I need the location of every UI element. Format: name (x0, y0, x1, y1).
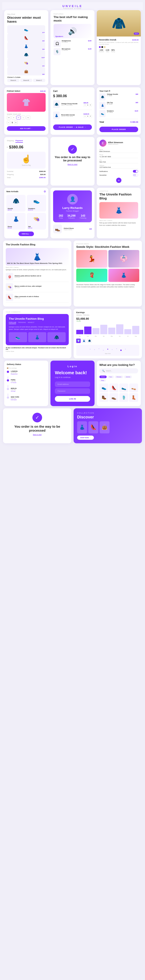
result-3[interactable]: 🥿 (119, 383, 128, 392)
product-item-4[interactable]: 🧥$129 (7, 50, 45, 59)
size-s[interactable]: S (12, 116, 16, 119)
add-button[interactable]: + (116, 178, 121, 183)
add-to-cart-button[interactable]: ADD TO CART → (7, 126, 46, 131)
toggle-notif-switch[interactable] (133, 170, 138, 173)
listing-card-4[interactable]: 👒 Hat $45.00 (27, 213, 46, 229)
success-check: ✓ (32, 413, 42, 422)
color-black[interactable] (102, 46, 103, 48)
result-4[interactable]: 👡 (129, 383, 138, 392)
qty-increase[interactable]: + (14, 121, 18, 124)
shipping-label: Shipping (7, 173, 14, 175)
blog-small-title-2: Marco condim at risus, odio volutpat (14, 285, 69, 287)
tab-trending[interactable]: TRENDING (18, 322, 26, 324)
user-card: 👤 Larry Richards Fashion Blogger 282 Pos… (53, 191, 92, 222)
music-product-1[interactable]: 🎧 Headphones Pro Series $199 (53, 40, 92, 47)
size-l[interactable]: L (21, 116, 25, 119)
login-button[interactable]: LOG IN (55, 396, 90, 402)
search-placeholder[interactable]: Search... (106, 370, 135, 372)
shop-now-button[interactable]: SHOP NOW → (77, 436, 94, 440)
blog-thumb-a[interactable]: 👟 (9, 332, 27, 342)
product-item-3[interactable]: 👗$89 (7, 42, 45, 50)
tab-shipping[interactable]: Shipping (7, 140, 14, 143)
cart-increase-1[interactable]: + (89, 103, 92, 107)
size-xl[interactable]: XL (26, 116, 30, 119)
listing-card-1[interactable]: 🧥 Hoodie $88.00 (6, 195, 26, 212)
brand-2[interactable]: Brand B (20, 79, 32, 82)
step-dot-3 (7, 388, 9, 390)
listing-card-2[interactable]: 👟 Sneakers $120.00 (27, 195, 46, 212)
fishnet-price: $40.00 (40, 90, 46, 92)
tag-dresses[interactable]: Dresses (115, 375, 123, 378)
stockholm-images: 💃 👘 🧣 👗 (76, 250, 139, 282)
svg-point-3 (98, 348, 99, 349)
listing-card-3[interactable]: 👗 Dress $75.00 (6, 213, 26, 229)
blog-small-1[interactable]: 👙 Sharise pulla ultrices facilisis sed u… (6, 273, 69, 282)
listing-price-3: $75.00 (8, 228, 24, 229)
result-5[interactable]: 🥾 (99, 393, 108, 402)
tag-3[interactable]: 🧥 (87, 339, 92, 343)
tag-1[interactable]: 👕 (76, 339, 81, 343)
disc-thumb-2[interactable]: 👠 (89, 421, 98, 433)
result-6[interactable]: 👞 (109, 393, 118, 402)
email-input[interactable] (55, 382, 90, 387)
screen-ontheway: ✓ You order is on the way to be processe… (3, 408, 71, 443)
result-2[interactable]: 👠 (109, 383, 118, 392)
qty-decrease[interactable]: − (7, 121, 10, 124)
color-beige[interactable] (104, 46, 106, 48)
blog-small-3[interactable]: 👠 Ollpo commodo et ante in finibus Dec 2… (6, 294, 69, 302)
place-order-button[interactable]: PLACE ORDER → & SALE! → (53, 124, 92, 130)
color-purple[interactable] (99, 46, 101, 48)
field-city: City New York (99, 159, 138, 163)
result-8[interactable]: 👢 (129, 393, 138, 402)
blog-main-title: The Unveile Fashion Blog (99, 192, 138, 200)
tab-payment[interactable]: Payment (15, 140, 23, 143)
disc-thumb-1[interactable]: 👗 (77, 421, 87, 433)
filter-icon[interactable]: ⚙ (44, 190, 46, 193)
product-item-6[interactable]: 👜$99 (7, 67, 45, 75)
order-name-1: Vintage Hoodie (107, 94, 134, 95)
product-item-5[interactable]: 👒$45 (7, 59, 45, 67)
cart-decrease-2[interactable]: − (84, 115, 87, 118)
cart-name-2: Reversible Anorak (61, 114, 82, 116)
brand-3[interactable]: Brand C (33, 79, 45, 82)
product-item-2[interactable]: 👠$59 (7, 33, 45, 42)
shoe-product[interactable]: 👞 Oxford Shoes Classic Edition $95 (53, 224, 92, 233)
success-body: ✓ You order is on the way to be processe… (50, 137, 95, 171)
toggle-news-switch[interactable] (133, 174, 138, 177)
fingerprint-area[interactable]: ☝️ Touch to Pay (7, 152, 46, 169)
brand-1[interactable]: Brand A (7, 79, 19, 82)
view-all-button[interactable]: VIEW ALL → (19, 232, 34, 236)
cart-increase-2[interactable]: + (89, 115, 92, 118)
cart-name-1: Vintage Group Hoodie (61, 103, 82, 105)
tab-newest[interactable]: NEWEST (28, 322, 34, 324)
success-sub[interactable]: Back to start (54, 163, 91, 165)
blog-main-post[interactable]: 👗 Will Ye' Be The Best Street Style Phot… (6, 248, 69, 271)
size-m[interactable]: M (16, 116, 21, 119)
tab-popular[interactable]: POPULAR (9, 322, 16, 324)
size-xs[interactable]: XS (7, 116, 11, 119)
result-7[interactable]: 🩴 (119, 393, 128, 402)
shipping-value: $20.00 (40, 173, 46, 175)
tag-jackets[interactable]: Jackets (124, 375, 132, 378)
search-icon: 🔍 (102, 370, 105, 372)
result-1[interactable]: 👟 (99, 383, 108, 392)
ontheway-title: You order is on the way to be processed (6, 425, 68, 433)
products-grid: 👟$79 👠$59 👗$89 🧥$129 👒$45 👜$99 (7, 25, 45, 75)
music-product-2[interactable]: 🎙️ Microphone Condenser $149 (53, 48, 92, 55)
search-body: What are you looking for? 🔍 Search... Sh… (97, 361, 141, 404)
product-item-1[interactable]: 👟$79 (7, 25, 45, 33)
tag-2[interactable]: 👗 (82, 339, 86, 343)
tag-tops[interactable]: Tops (108, 375, 114, 378)
blog-thumb-b[interactable]: 👗 (28, 332, 47, 342)
place-order-btn-2[interactable]: PLACE ORDER (99, 127, 138, 132)
cart-decrease-1[interactable]: − (84, 103, 87, 107)
disc-thumb-3[interactable]: 👜 (100, 421, 110, 433)
ontheway-sub[interactable]: Back to start (6, 434, 68, 435)
blog-small-2[interactable]: 👒 Marco condim at risus, odio volutpat J… (6, 283, 69, 292)
row-4: New Arrivals ⚙ 🧥 Hoodie $88.00 👟 (2, 188, 143, 239)
password-input[interactable] (55, 388, 90, 394)
tag-shoes[interactable]: Shoes (99, 375, 107, 378)
blog-thumb-c[interactable]: 🧥 (47, 332, 66, 342)
profile-header: E Elliot Simenson @elliot.simenson (99, 140, 138, 147)
tag-bags[interactable]: Bags (99, 379, 106, 382)
